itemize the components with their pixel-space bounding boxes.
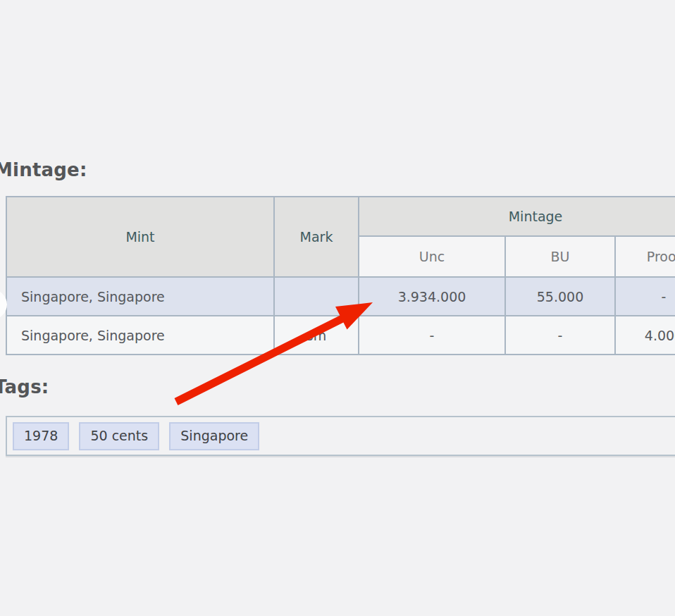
column-subheader-bu: BU xyxy=(505,236,615,277)
mint-name-cell: Singapore, Singapore xyxy=(6,277,274,316)
column-header-mint: Mint xyxy=(6,197,274,277)
column-header-mark: Mark xyxy=(274,197,359,277)
mint-name-cell: Singapore, Singapore xyxy=(6,316,274,355)
tags-box: 1978 50 cents Singapore xyxy=(6,416,675,456)
proof-value-cell: 4.000 xyxy=(615,316,675,355)
tag-chip-singapore[interactable]: Singapore xyxy=(169,422,259,450)
column-subheader-proof: Proof xyxy=(615,236,675,277)
mark-cell xyxy=(274,277,359,316)
mintage-table-container: Mint Mark Mintage Unc BU Proof Singapore… xyxy=(6,196,675,355)
unc-value-cell: - xyxy=(359,316,505,355)
proof-value-cell: - xyxy=(615,277,675,316)
tags-section-heading: Tags: xyxy=(0,376,49,398)
mintage-section-heading: Mintage: xyxy=(0,159,87,180)
tag-chip-50-cents[interactable]: 50 cents xyxy=(79,422,159,450)
column-header-mintage-group: Mintage xyxy=(359,197,675,236)
unc-value-cell: 3.934.000 xyxy=(359,277,505,316)
bu-value-cell: 55.000 xyxy=(505,277,615,316)
mark-cell: sm xyxy=(274,316,359,355)
tag-chip-1978[interactable]: 1978 xyxy=(13,422,69,450)
table-row-mintage-2: Singapore, Singapore sm - - 4.000 xyxy=(6,316,675,355)
table-row-mintage-1: Singapore, Singapore 3.934.000 55.000 - xyxy=(6,277,675,316)
bu-value-cell: - xyxy=(505,316,615,355)
mintage-table: Mint Mark Mintage Unc BU Proof Singapore… xyxy=(6,196,675,355)
column-subheader-unc: Unc xyxy=(359,236,505,277)
